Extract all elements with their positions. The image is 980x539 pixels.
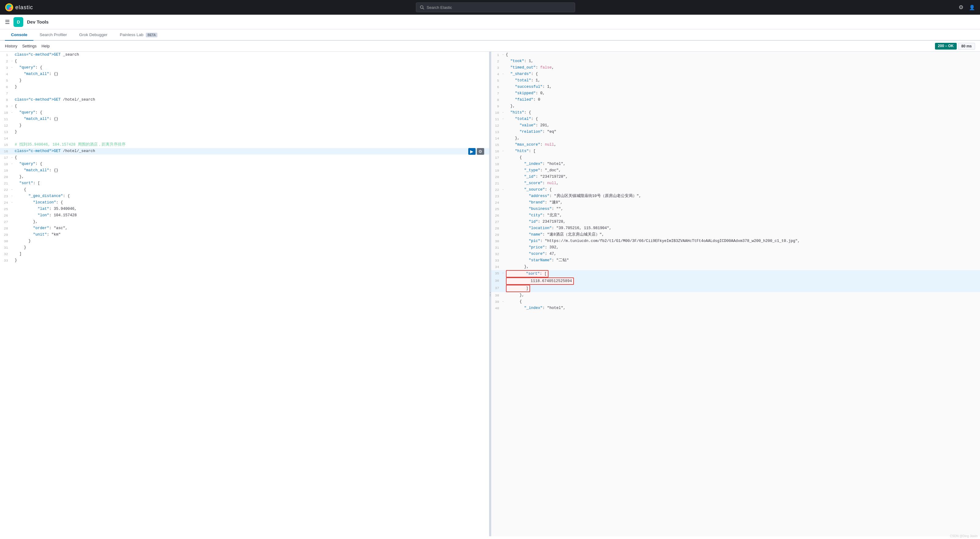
fold-toggle[interactable]: - xyxy=(11,58,15,64)
response-line-5: 5 "total": 1, xyxy=(491,78,980,84)
code-content: 1118.6740512525894 xyxy=(506,277,978,285)
app-badge: D xyxy=(13,17,23,27)
response-line-3: 3 "timed_out": false, xyxy=(491,65,980,71)
editor-line-33: 33 } xyxy=(0,257,489,264)
fold-toggle[interactable]: - xyxy=(502,270,506,276)
run-button[interactable]: ▶ xyxy=(468,148,476,155)
line-number: 5 xyxy=(0,78,11,84)
fold-toggle[interactable]: - xyxy=(502,52,506,58)
code-content: { xyxy=(506,52,978,58)
tab-painless-lab[interactable]: Painless Lab BETA xyxy=(114,29,164,41)
line-number: 12 xyxy=(0,122,11,129)
search-icon xyxy=(420,5,424,10)
tabs-bar: Console Search Profiler Grok Debugger Pa… xyxy=(0,29,980,41)
fold-toggle[interactable]: - xyxy=(11,193,15,199)
line-number: 2 xyxy=(0,58,11,65)
line-number: 28 xyxy=(491,225,502,231)
line-number: 27 xyxy=(491,219,502,225)
line-number: 4 xyxy=(0,71,11,78)
fold-toggle[interactable]: - xyxy=(502,116,506,122)
fold-toggle[interactable]: - xyxy=(502,109,506,116)
editor-line-10: 10- "query": { xyxy=(0,109,489,116)
gear-icon[interactable]: ⚙ xyxy=(958,4,964,10)
settings-button[interactable]: Settings xyxy=(22,43,37,49)
fold-toggle[interactable]: - xyxy=(11,200,15,206)
help-button[interactable]: Help xyxy=(41,43,49,49)
line-number: 31 xyxy=(491,244,502,251)
watermark: CSDN @Ding Jiaxin xyxy=(950,534,978,536)
left-panel[interactable]: 1 class="c-method">GET _search2-{3- "que… xyxy=(0,52,489,536)
fold-toggle[interactable]: - xyxy=(11,109,15,116)
editor-line-23: 23- "_geo_distance": { xyxy=(0,193,489,200)
code-content: } xyxy=(15,238,487,244)
code-content: class="c-method">GET /hotel/_search xyxy=(15,148,487,154)
code-content: "location": "39.705216, 115.981904", xyxy=(506,225,978,231)
editor-line-30: 30 } xyxy=(0,238,489,244)
code-content: { xyxy=(15,187,487,193)
code-content: "city": "北京", xyxy=(506,212,978,219)
line-number: 5 xyxy=(491,78,502,84)
response-line-16: 16- "hits": [ xyxy=(491,148,980,154)
tab-search-profiler[interactable]: Search Profiler xyxy=(33,29,73,41)
status-badges: 200 – OK 80 ms xyxy=(935,43,975,49)
editor-line-6: 6 } xyxy=(0,84,489,90)
svg-line-5 xyxy=(423,8,424,10)
line-number: 33 xyxy=(0,257,11,264)
response-line-39: 39- { xyxy=(491,298,980,305)
response-line-22: 22- "_source": { xyxy=(491,187,980,193)
line-number: 15 xyxy=(0,142,11,148)
line-number: 8 xyxy=(0,97,11,103)
right-panel[interactable]: 1-{2 "took": 1,3 "timed_out": false,4- "… xyxy=(491,52,980,536)
line-number: 9 xyxy=(491,103,502,109)
code-content: }, xyxy=(15,219,487,225)
hamburger-icon[interactable]: ☰ xyxy=(5,19,10,25)
response-line-13: 13 "relation": "eq" xyxy=(491,129,980,135)
line-number: 20 xyxy=(491,174,502,180)
line-number: 10 xyxy=(491,109,502,116)
code-content: }, xyxy=(506,292,978,298)
response-line-33: 33 "starName": "二钻" xyxy=(491,257,980,264)
wrench-button[interactable]: ⚙ xyxy=(477,148,484,155)
response-line-21: 21 "_score": null, xyxy=(491,180,980,187)
response-line-8: 8 "failed": 0 xyxy=(491,97,980,103)
line-number: 6 xyxy=(0,84,11,90)
elastic-logo[interactable]: elastic xyxy=(5,3,33,12)
line-number: 10 xyxy=(0,109,11,116)
fold-toggle[interactable]: - xyxy=(502,71,506,77)
line-number: 3 xyxy=(491,65,502,71)
code-content: "hits": { xyxy=(506,109,978,116)
fold-toggle[interactable]: - xyxy=(11,154,15,161)
fold-toggle[interactable]: - xyxy=(11,161,15,167)
code-content: "sort": [ xyxy=(506,270,978,277)
fold-toggle[interactable]: - xyxy=(11,103,15,109)
response-line-37: 37 ] xyxy=(491,285,980,292)
editor-line-8: 8 class="c-method">GET /hotel/_search xyxy=(0,97,489,103)
fold-toggle[interactable]: - xyxy=(11,65,15,71)
line-number: 38 xyxy=(491,292,502,298)
response-line-31: 31 "price": 392, xyxy=(491,244,980,251)
fold-toggle[interactable]: - xyxy=(11,187,15,193)
editor-line-21: 21 "sort": [ xyxy=(0,180,489,187)
line-number: 1 xyxy=(0,52,11,58)
response-line-38: 38 }, xyxy=(491,292,980,298)
response-line-14: 14 }, xyxy=(491,135,980,142)
code-content: "match_all": {} xyxy=(15,71,487,77)
fold-toggle[interactable]: - xyxy=(502,187,506,193)
code-content: "relation": "eq" xyxy=(506,129,978,135)
app-title: Dev Tools xyxy=(27,19,49,24)
line-number: 22 xyxy=(0,187,11,193)
user-icon[interactable]: 👤 xyxy=(969,4,975,10)
search-bar[interactable]: Search Elastic xyxy=(416,2,575,12)
beta-badge: BETA xyxy=(146,33,158,37)
fold-toggle[interactable]: - xyxy=(502,298,506,305)
tab-console[interactable]: Console xyxy=(5,29,33,41)
svg-point-3 xyxy=(6,5,9,10)
line-number: 23 xyxy=(0,193,11,200)
fold-toggle[interactable]: - xyxy=(502,148,506,154)
response-line-35: 35- "sort": [ xyxy=(491,270,980,277)
history-button[interactable]: History xyxy=(5,43,17,49)
editor-line-7: 7 xyxy=(0,90,489,97)
tab-grok-debugger[interactable]: Grok Debugger xyxy=(73,29,114,41)
line-number: 26 xyxy=(0,212,11,219)
code-content: "unit": "km" xyxy=(15,231,487,238)
